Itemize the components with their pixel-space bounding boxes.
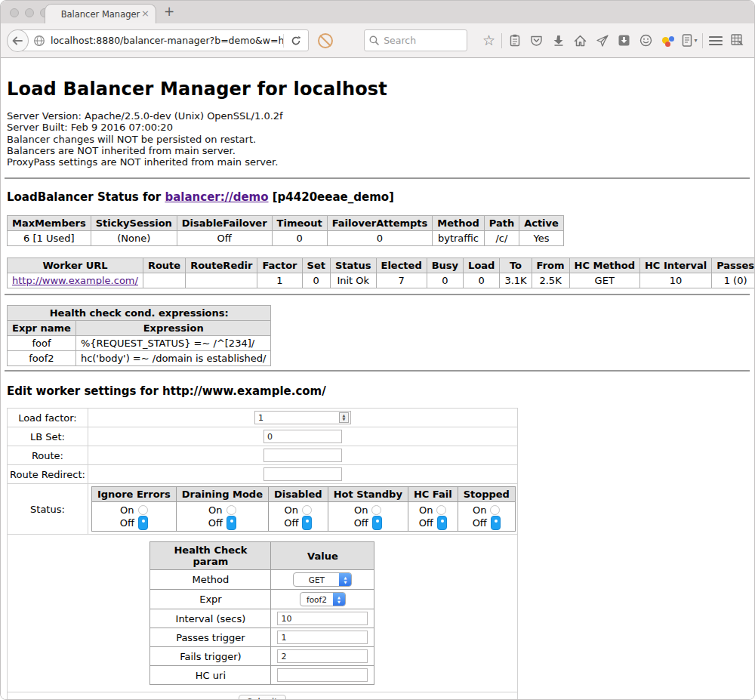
page-content: Load Balancer Manager for localhost Serv… [1,58,754,700]
lb-set-cell [88,427,517,446]
radio-draining-mode-off[interactable] [226,516,236,530]
inherit-notice-line: Balancers are NOT inherited from main se… [7,145,748,156]
hc-interval-input[interactable] [277,612,368,625]
hc-uri-input[interactable] [277,668,368,682]
extension-colors-button[interactable] [657,29,679,52]
radio-on-label: On [419,504,433,516]
col-factor: Factor [257,258,302,273]
menu-button[interactable] [704,29,726,52]
search-icon [369,35,379,45]
route-redirect-input[interactable] [263,467,342,481]
radio-hc-fail-off[interactable] [437,516,447,530]
tab-balancer-manager[interactable]: Balancer Manager × [45,4,156,23]
status-label: Status: [8,484,88,535]
tab-close-icon[interactable]: × [141,8,149,20]
chevron-down-icon: ▼ [344,580,347,584]
hc-method-label: Method [150,570,271,590]
back-button[interactable] [7,29,29,52]
table-tool-button[interactable] [726,29,748,52]
chevron-down-icon: ▾ [694,37,697,44]
table-header-row: Worker URL Route RouteRedir Factor Set S… [8,258,755,273]
col-maxmembers: MaxMembers [8,216,91,231]
hc-passes-cell [271,628,374,647]
table-header-row: MaxMembers StickySession DisableFailover… [8,216,564,231]
heading-prefix: LoadBalancer Status for [7,190,165,204]
col-hc-fail: HC Fail [408,487,458,502]
save-page-button[interactable] [613,29,635,52]
expr-header-row: Expr name Expression [8,321,271,336]
home-button[interactable] [569,29,591,52]
url-input[interactable] [51,35,283,46]
hc-row-fails: Fails trigger) [150,647,374,666]
send-tab-button[interactable] [591,29,613,52]
health-check-table: Health Check param Value Method GET ▲▼ [149,541,374,685]
cell-status: Init Ok [330,273,376,288]
load-factor-input[interactable] [254,411,351,424]
hc-passes-input[interactable] [277,631,368,644]
hc-fails-input[interactable] [277,649,368,663]
col-draining-mode: Draining Mode [176,487,268,502]
radio-stopped-off[interactable] [491,516,501,530]
hc-row-method: Method GET ▲▼ [150,570,374,590]
reload-icon[interactable] [291,35,301,46]
radio-disabled-off[interactable] [302,516,312,530]
new-tab-button[interactable]: + [164,4,174,19]
radio-ignore-errors-on[interactable] [138,505,148,515]
radio-hot-standby-on[interactable] [371,505,381,515]
stepper-down-icon[interactable]: ▼ [342,418,345,421]
status-cell-hot-standby: On Off [328,502,408,532]
form-row-health-check: Health Check param Value Method GET ▲▼ [8,535,518,692]
notes-button[interactable]: ▾ [679,29,701,52]
number-stepper-icon[interactable]: ▲▼ [339,412,349,423]
globe-icon [33,35,45,47]
radio-off-label: Off [120,517,134,529]
grid-document-icon [731,34,744,47]
star-icon: ☆ [482,33,495,48]
radio-disabled-on[interactable] [302,505,312,515]
persist-notice-line: Balancer changes will NOT be persisted o… [7,134,748,145]
expr-select[interactable]: foof2 ▲▼ [300,592,346,606]
window-minimize-button[interactable] [25,8,34,17]
search-input[interactable] [384,35,467,46]
hamburger-icon [709,35,723,46]
hc-interval-cell [271,609,374,628]
balancer-demo-link[interactable]: balancer://demo [165,190,268,204]
colored-dots-icon [661,35,675,47]
radio-ignore-errors-off[interactable] [138,516,148,530]
downloads-button[interactable] [547,29,569,52]
health-expressions-table: Health check cond. expressions: Expr nam… [7,305,271,366]
edit-worker-form: Load factor: ▲▼ LB Set: Route: Route Red… [7,408,518,700]
reader-clipboard-button[interactable] [504,29,525,52]
radio-hc-fail-on[interactable] [436,505,446,515]
lb-set-input[interactable] [263,430,342,443]
feedback-button[interactable] [635,29,657,52]
divider [5,370,750,372]
cell-busy: 0 [427,273,463,288]
cell-path: /c/ [484,231,519,246]
load-factor-label: Load factor: [8,409,88,427]
submit-button[interactable]: Submit [239,695,286,700]
bookmark-star-button[interactable]: ☆ [478,29,500,52]
search-bar[interactable] [364,29,467,51]
col-timeout: Timeout [272,216,327,231]
pocket-button[interactable] [525,29,547,52]
status-radio-row: On Off On Off On Off [91,502,515,532]
worker-url-link[interactable]: http://www.example.com/ [12,275,138,286]
hc-fails-cell [271,647,374,666]
radio-stopped-on[interactable] [490,505,500,515]
load-factor-cell: ▲▼ [88,409,517,427]
radio-draining-mode-on[interactable] [226,505,236,515]
cell-timeout: 0 [272,231,327,246]
url-bar[interactable] [17,29,309,51]
edit-worker-heading: Edit worker settings for http://www.exam… [7,384,748,398]
pocket-icon [530,35,543,47]
radio-hot-standby-off[interactable] [372,516,382,530]
route-input[interactable] [263,449,342,462]
content-blocked-icon[interactable] [318,33,333,48]
cell-passes: 1 (0) [712,273,755,288]
hc-row-interval: Interval (secs) [150,609,374,628]
expr-row: foof2 hc('body') =~ /domain is establish… [8,351,271,366]
method-select[interactable]: GET ▲▼ [293,572,352,587]
window-close-button[interactable] [10,8,19,17]
status-cell-disabled: On Off [268,502,328,532]
